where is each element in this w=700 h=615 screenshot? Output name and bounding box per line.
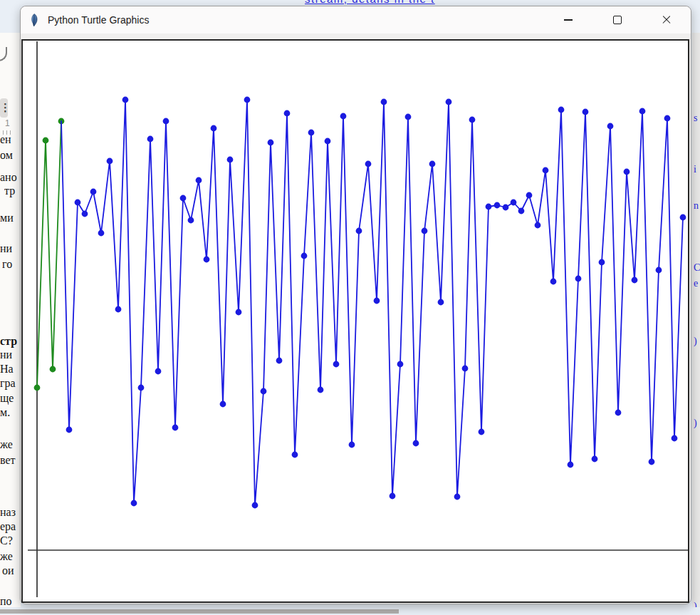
minimize-button[interactable] xyxy=(543,6,592,33)
data-point-marker xyxy=(220,401,226,408)
titlebar[interactable]: Python Turtle Graphics xyxy=(21,6,691,33)
data-point-marker xyxy=(632,277,638,284)
background-text-fragment: стр xyxy=(0,335,21,348)
data-point-marker xyxy=(318,387,324,393)
background-text-fragment: ом xyxy=(0,149,21,162)
data-point-marker xyxy=(462,366,469,372)
data-point-marker xyxy=(276,358,283,364)
data-point-marker xyxy=(624,169,630,175)
data-point-marker xyxy=(188,217,194,224)
data-point-marker xyxy=(422,228,428,234)
close-icon xyxy=(662,15,672,25)
background-text-fragment: ще xyxy=(0,392,21,405)
maximize-button[interactable] xyxy=(592,6,642,33)
background-text-fragment: го xyxy=(2,258,21,271)
python-feather-icon xyxy=(28,14,39,27)
data-point-marker xyxy=(333,361,340,368)
data-point-marker xyxy=(494,202,501,209)
data-point-marker xyxy=(180,195,187,202)
data-point-marker xyxy=(526,192,533,199)
data-point-marker xyxy=(308,130,315,136)
data-point-marker xyxy=(227,157,234,163)
background-text-fragment: n xyxy=(694,200,699,212)
background-text-fragment: ано xyxy=(0,171,21,184)
data-point-marker xyxy=(568,462,574,468)
background-text-fragment: e xyxy=(694,278,698,289)
data-point-marker xyxy=(374,298,380,304)
data-point-marker xyxy=(558,107,565,113)
data-point-marker xyxy=(486,204,492,210)
background-text-fragment: вет xyxy=(0,454,21,467)
data-point-marker xyxy=(236,309,242,316)
turtle-graphics-window: Python Turtle Graphics xyxy=(20,6,691,604)
background-text-fragment: ни xyxy=(0,348,21,361)
data-point-marker xyxy=(381,99,387,105)
background-text-fragment: ) xyxy=(694,418,697,429)
data-point-marker xyxy=(511,200,517,206)
background-text-fragment: же xyxy=(0,438,21,451)
data-point-marker xyxy=(615,410,622,416)
background-link-text: stream; details in the t xyxy=(305,0,435,5)
background-text-fragment: ера xyxy=(0,520,21,533)
data-point-marker xyxy=(664,115,671,122)
turtle-canvas[interactable] xyxy=(21,39,689,603)
data-point-marker xyxy=(390,493,396,500)
background-text-fragment: гра xyxy=(0,377,21,390)
data-point-marker xyxy=(672,435,678,442)
data-point-marker xyxy=(82,211,88,217)
maximize-icon xyxy=(613,16,622,24)
data-point-marker xyxy=(575,276,582,282)
background-document-strip: ⋮ 1 еноманотрминигострниНагращем.жеветна… xyxy=(0,33,21,607)
data-point-marker xyxy=(261,388,267,395)
data-point-marker xyxy=(607,123,614,130)
background-text-fragment: i xyxy=(694,164,696,175)
data-point-marker xyxy=(429,161,436,167)
data-point-marker xyxy=(413,440,419,447)
data-point-marker xyxy=(211,125,217,132)
background-text-fragment: C xyxy=(694,262,700,274)
background-text-fragment: ои xyxy=(2,564,21,577)
turtle-drawing xyxy=(23,41,688,601)
data-point-marker xyxy=(454,494,461,500)
data-point-marker xyxy=(550,279,557,285)
data-point-marker xyxy=(172,425,179,431)
data-point-marker xyxy=(252,502,258,509)
background-text-fragment: м. xyxy=(0,406,21,419)
background-text-fragment: ни xyxy=(0,242,21,255)
data-point-marker xyxy=(325,138,331,145)
background-bottom-band xyxy=(0,609,399,614)
data-point-marker xyxy=(365,161,372,167)
window-title: Python Turtle Graphics xyxy=(48,14,149,26)
data-point-marker xyxy=(75,200,81,206)
series-line-main-walk-blue xyxy=(61,100,683,505)
background-text-fragment: С? xyxy=(0,534,21,547)
data-point-marker xyxy=(349,442,355,448)
data-point-marker xyxy=(43,138,49,144)
data-point-marker xyxy=(292,452,298,458)
data-point-marker xyxy=(599,259,605,266)
data-point-marker xyxy=(244,97,251,103)
background-text-fragment: На xyxy=(0,363,21,376)
data-point-marker xyxy=(138,385,145,391)
background-text-fragment: же xyxy=(0,550,21,563)
data-point-marker xyxy=(397,361,404,368)
data-point-marker xyxy=(122,97,129,103)
data-point-marker xyxy=(535,222,541,229)
data-point-marker xyxy=(479,429,485,435)
data-point-marker xyxy=(204,257,210,263)
data-point-marker xyxy=(469,117,476,123)
data-point-marker xyxy=(34,385,41,391)
background-text-fragment: ен xyxy=(0,133,21,146)
ruler-number: 1 xyxy=(5,118,10,128)
data-point-marker xyxy=(340,113,347,120)
data-point-marker xyxy=(155,368,162,375)
background-text-fragment: наз xyxy=(0,506,21,519)
data-point-marker xyxy=(639,108,646,115)
data-point-marker xyxy=(115,306,122,313)
background-text-fragment: тр xyxy=(4,185,21,197)
background-text-fragment: ми xyxy=(0,212,21,224)
close-button[interactable] xyxy=(642,6,691,33)
data-point-marker xyxy=(543,167,549,174)
data-point-marker xyxy=(656,267,662,274)
data-point-marker xyxy=(98,230,105,237)
